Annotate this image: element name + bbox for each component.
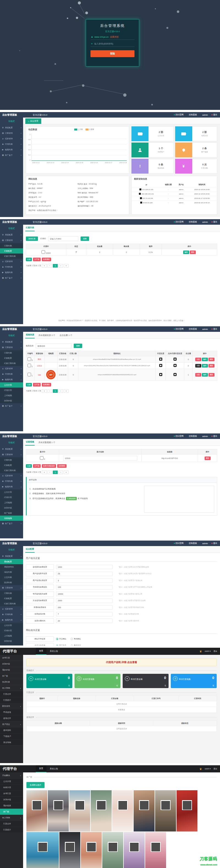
- config-input[interactable]: [56, 565, 112, 569]
- navbar-link[interactable]: 退出: [212, 542, 217, 545]
- sidebar-item[interactable]: ▶视频列表▴: [0, 617, 23, 623]
- sidebar-item[interactable]: 幻量订单列表: [0, 601, 23, 606]
- sidebar-item[interactable]: 代理片库: [0, 388, 23, 393]
- sidebar-item[interactable]: ▶视频列表▾: [0, 147, 23, 152]
- sidebar-item[interactable]: ▤订单管理▴: [0, 238, 23, 243]
- sidebar-item[interactable]: 上传视频: [0, 633, 23, 639]
- navbar-link[interactable]: 访问官网: [174, 328, 184, 331]
- navbar-link[interactable]: 控制面板: [187, 435, 197, 438]
- search-button[interactable]: 搜索: [74, 344, 82, 348]
- sidebar-item[interactable]: ♟代理列表▾: [0, 264, 23, 270]
- sidebar-item[interactable]: ⚙系统配置▾: [0, 125, 23, 130]
- sidebar-item[interactable]: 投诉列表: [0, 679, 23, 685]
- sidebar-item[interactable]: ¥结算管理▾: [0, 473, 23, 478]
- promo-image[interactable]: [145, 832, 166, 868]
- sidebar-item[interactable]: ▦推广盒子▾: [0, 275, 23, 281]
- sidebar-item[interactable]: 公告列表: [0, 575, 23, 580]
- row-checkbox[interactable]: [42, 250, 45, 254]
- sidebar-item[interactable]: 订单列表: [0, 591, 23, 596]
- sidebar-item[interactable]: 私有片库: [0, 784, 23, 790]
- sidebar-item[interactable]: ¥结算管理▾: [0, 366, 23, 371]
- row-action-button[interactable]: 试看: [195, 358, 201, 361]
- row-action-button[interactable]: 试看: [195, 373, 201, 377]
- toggle-off-icon[interactable]: [159, 373, 162, 376]
- sidebar-item[interactable]: ▤订单管理▴: [0, 585, 23, 591]
- logout-link[interactable]: 退出: [213, 650, 217, 653]
- tab-item[interactable]: 视频资源: [25, 332, 35, 338]
- navbar-link[interactable]: 访问官网: [174, 542, 184, 545]
- stat-tile[interactable]: 2 条推广链接: [175, 143, 218, 157]
- tab-item[interactable]: 共有试看视频 1 个: [38, 439, 56, 445]
- sidebar-item[interactable]: ¥结算管理▾: [0, 136, 23, 142]
- sidebar-item[interactable]: 基本资料: [0, 727, 23, 734]
- sidebar-item[interactable]: 幻量配置: [0, 463, 23, 468]
- agent-nav-tab[interactable]: 首页: [36, 765, 47, 772]
- add-volume-button[interactable]: 添加幻量: [26, 237, 38, 241]
- promo-image[interactable]: [81, 832, 102, 868]
- sidebar-item[interactable]: 推广链接: [0, 510, 23, 516]
- sidebar-item[interactable]: 添加外链: [0, 398, 23, 403]
- sidebar-item[interactable]: 资金明细: [0, 739, 23, 745]
- bulk-action-button[interactable]: 全不选: [33, 464, 41, 468]
- sidebar-item[interactable]: 导航栏: [0, 332, 23, 339]
- row-action-button[interactable]: 编辑: [202, 373, 208, 377]
- agent-nav-tab[interactable]: 系统公告: [47, 765, 61, 772]
- sidebar-item[interactable]: 幻量订单列表: [0, 468, 23, 473]
- generate-default-image-button[interactable]: 生成默认图片: [26, 782, 45, 788]
- sidebar-item[interactable]: 添加外链: [0, 797, 23, 803]
- row-checkbox[interactable]: [28, 364, 31, 367]
- radio-option[interactable]: 开启盒子: [56, 644, 66, 646]
- short-link-cell[interactable]: http://t.cn/EVSPYDG: [142, 455, 198, 462]
- user-menu[interactable]: ceshi ▾: [204, 768, 211, 770]
- sidebar-item[interactable]: 幻量订单列表: [0, 361, 23, 366]
- navbar-link[interactable]: admin: [201, 114, 208, 116]
- pagination-button[interactable]: »: [64, 389, 69, 393]
- navbar-link[interactable]: 控制面板: [187, 114, 197, 116]
- bulk-action-button[interactable]: 全不选: [33, 258, 41, 261]
- sidebar-item[interactable]: 我的链接: [0, 803, 23, 809]
- navbar-link[interactable]: 访问官网: [174, 435, 184, 438]
- sidebar-item[interactable]: ⚙系统配置▾: [0, 339, 23, 345]
- row-action-button[interactable]: 删除: [209, 358, 215, 361]
- sidebar-item[interactable]: 提现记录: [0, 715, 23, 721]
- tab-item[interactable]: 共有视频资源 3 个: [38, 332, 56, 338]
- sidebar-item[interactable]: ▶视频列表▾: [0, 270, 23, 275]
- sidebar-item[interactable]: ▤订单管理▾: [0, 130, 23, 136]
- row-action-button[interactable]: 试看: [195, 364, 201, 368]
- sidebar-item[interactable]: 导航栏: [0, 118, 23, 125]
- sidebar-item[interactable]: 试看视频: [0, 516, 23, 521]
- tab-site-config[interactable]: 站点配置: [25, 546, 35, 553]
- sidebar-item[interactable]: 开始赚钱▴: [0, 772, 23, 778]
- config-input[interactable]: [56, 578, 112, 583]
- pagination-button[interactable]: 1: [53, 389, 58, 393]
- sidebar-item[interactable]: 添加外链: [0, 505, 23, 510]
- navbar-link[interactable]: 访问官网: [174, 114, 184, 116]
- navbar-link[interactable]: 控制面板: [187, 328, 197, 331]
- search-button[interactable]: 搜索: [81, 237, 89, 241]
- promo-image[interactable]: [26, 790, 47, 832]
- navbar-link[interactable]: admin: [201, 328, 208, 331]
- sidebar-item[interactable]: 添加外链: [0, 661, 23, 667]
- bulk-action-button[interactable]: 全选: [26, 464, 32, 468]
- navbar-link[interactable]: 退出: [212, 435, 217, 438]
- sidebar-item[interactable]: 收入明细▴: [0, 685, 23, 691]
- agent-id-input[interactable]: [48, 236, 78, 241]
- bulk-action-button[interactable]: 批量生成短链接: [42, 464, 56, 468]
- sidebar-item[interactable]: 导航栏: [0, 439, 23, 446]
- radio-option[interactable]: 关闭网站: [71, 638, 81, 640]
- sidebar-item[interactable]: 导航栏: [0, 225, 23, 232]
- toggle-off-icon[interactable]: [173, 358, 176, 361]
- pagination-button[interactable]: ‹: [48, 264, 52, 268]
- sidebar-item[interactable]: 打赏记录: [0, 821, 23, 827]
- row-action-button[interactable]: 编辑: [202, 358, 208, 361]
- navbar-link[interactable]: admin: [201, 435, 208, 438]
- sidebar-item[interactable]: 导航栏: [0, 546, 23, 554]
- toggle-off-icon[interactable]: [159, 364, 162, 367]
- sidebar-item[interactable]: ▶视频列表▴: [0, 377, 23, 382]
- promo-image[interactable]: [59, 832, 80, 868]
- navbar-link[interactable]: 退出: [212, 114, 217, 116]
- pagination-button[interactable]: 1: [53, 264, 58, 268]
- pagination-button[interactable]: «: [42, 470, 47, 474]
- sidebar-item[interactable]: 公共片库: [0, 382, 23, 388]
- pagination-button[interactable]: 1: [53, 470, 58, 474]
